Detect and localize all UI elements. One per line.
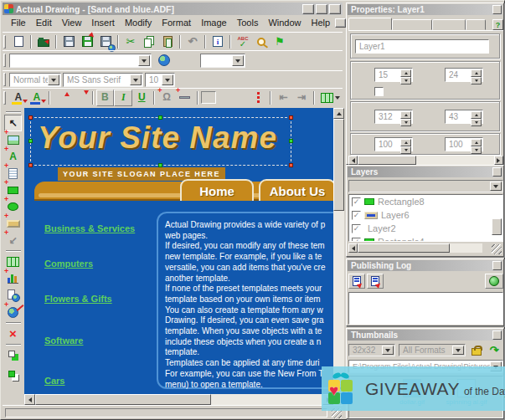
layers-filter-combo[interactable] [348, 180, 503, 192]
insert-line-tool[interactable]: ↙ [4, 232, 22, 248]
resize-grip[interactable] [492, 244, 502, 254]
properties-tab-1[interactable] [348, 18, 392, 30]
go-button[interactable] [155, 52, 173, 69]
toolbar-grip[interactable] [3, 73, 6, 86]
fill-color-button[interactable]: A [28, 90, 46, 106]
chevron-down-icon[interactable] [138, 55, 150, 66]
thumbnails-titlebar[interactable]: Thumbnails [348, 330, 502, 341]
scrollbar-thumb[interactable] [358, 243, 450, 253]
help-icon[interactable]: ? [492, 19, 503, 30]
layers-scrollbar[interactable] [348, 243, 482, 253]
save-button[interactable] [59, 33, 78, 50]
close-icon[interactable] [492, 5, 502, 14]
chevron-down-icon[interactable] [452, 346, 464, 355]
chevron-down-icon[interactable] [48, 74, 59, 85]
insert-chart-tool[interactable] [4, 270, 22, 287]
font-combo[interactable]: MS Sans Serif [63, 73, 143, 87]
outdent-button[interactable]: ⇤ [274, 90, 292, 106]
spin-down-button[interactable] [471, 119, 482, 126]
scrollbar-thumb[interactable] [492, 218, 502, 235]
menu-image[interactable]: Image [196, 17, 232, 29]
send-to-back-tool[interactable] [4, 367, 22, 384]
publishing-log-titlebar[interactable]: Publishing Log [348, 260, 502, 271]
visibility-checkbox[interactable]: ✓ [352, 224, 361, 233]
menu-modify[interactable]: Modify [120, 17, 157, 29]
canvas-horizontal-scrollbar[interactable] [24, 394, 333, 405]
layers-list[interactable]: ✓ Rectangle8 ✓ Layer6 ✓ Layer2 ✓ Rectang… [348, 194, 503, 242]
close-icon[interactable] [492, 261, 502, 270]
window-titlebar[interactable]: Actual Drawing - [Sand and blue.ADF] [3, 3, 343, 15]
delete-tool[interactable]: × [4, 325, 22, 342]
spin-down-button[interactable] [471, 146, 482, 154]
horizontal-rule-button[interactable] [176, 90, 194, 106]
maximize-button[interactable] [316, 4, 327, 14]
spin-up-button[interactable] [471, 69, 482, 77]
paste-button[interactable] [158, 33, 177, 50]
scrollbar-thumb[interactable] [333, 119, 344, 211]
selection-handle[interactable] [158, 115, 162, 120]
clear-log-button[interactable] [485, 274, 503, 289]
save-for-web-button[interactable] [96, 33, 115, 50]
chevron-down-icon[interactable] [490, 182, 502, 191]
publish-tool[interactable] [4, 304, 22, 320]
chevron-down-icon[interactable] [232, 55, 244, 66]
bold-button[interactable]: B [96, 90, 115, 106]
chevron-down-icon[interactable] [162, 74, 173, 85]
list-button[interactable] [250, 90, 268, 106]
scroll-up-button[interactable] [333, 108, 344, 119]
menu-edit[interactable]: Edit [31, 17, 57, 29]
refresh-button[interactable]: ↷ [487, 344, 501, 356]
indent-button[interactable]: ⇥ [292, 90, 311, 106]
spin-down-button[interactable] [400, 119, 411, 126]
upload-log-button[interactable] [348, 274, 365, 289]
link-computers[interactable]: Computers [44, 259, 93, 269]
underline-button[interactable]: U [132, 90, 151, 106]
properties-tab-3[interactable] [432, 19, 466, 30]
spin-up-button[interactable] [400, 69, 411, 77]
publishing-log-list[interactable] [348, 292, 503, 325]
toolbar-grip[interactable] [3, 54, 6, 67]
pos-y-spinner[interactable]: 24 [445, 68, 483, 82]
menu-insert[interactable]: Insert [86, 17, 120, 29]
scroll-left-button[interactable] [348, 156, 358, 165]
spin-up-button[interactable] [400, 111, 411, 119]
menu-view[interactable]: View [57, 17, 87, 29]
selection-box[interactable] [30, 117, 291, 166]
pos-x-spinner[interactable]: 15 [374, 68, 413, 82]
scroll-right-button[interactable] [494, 156, 503, 165]
address-combo[interactable] [9, 54, 152, 68]
visibility-checkbox[interactable]: ✓ [352, 238, 361, 243]
spin-down-button[interactable] [400, 146, 411, 154]
color-well[interactable] [201, 91, 216, 104]
new-button[interactable] [9, 33, 28, 50]
spin-up-button[interactable] [471, 111, 482, 119]
info-button[interactable]: i [209, 33, 227, 50]
menu-help[interactable]: Help [307, 17, 336, 29]
properties-tab-4[interactable] [466, 19, 486, 30]
close-button[interactable] [329, 4, 341, 14]
toolbar-grip[interactable] [3, 91, 6, 105]
minimize-button[interactable] [302, 4, 314, 14]
close-icon[interactable] [492, 167, 502, 177]
scroll-left-button[interactable] [348, 243, 358, 253]
scrollbar-thumb[interactable] [358, 156, 416, 165]
spin-down-button[interactable] [400, 77, 411, 85]
layers-titlebar[interactable]: Layers [348, 166, 502, 177]
width-spinner[interactable]: 312 [374, 110, 413, 124]
height-spinner[interactable]: 43 [445, 110, 483, 124]
cut-button[interactable]: ✂ [121, 33, 140, 50]
font-color-button[interactable]: A [9, 90, 28, 106]
selection-handle[interactable] [28, 139, 33, 143]
shrink-font-button[interactable] [71, 90, 90, 106]
menu-window[interactable]: Window [263, 17, 306, 29]
scale-x-spinner[interactable]: 100 [374, 137, 413, 151]
selection-handle[interactable] [289, 163, 293, 167]
lock-checkbox[interactable] [374, 87, 384, 96]
selection-handle[interactable] [289, 115, 293, 120]
drawing-canvas[interactable]: Your Site Name YOUR SITE SLOGAN PLACE HE… [24, 108, 333, 394]
find-button[interactable] [252, 33, 271, 50]
nav-tab-about[interactable]: About Us [259, 179, 333, 201]
canvas-vertical-scrollbar[interactable] [333, 108, 344, 394]
visibility-checkbox[interactable]: ✓ [352, 197, 361, 207]
layer-row[interactable]: ✓ Rectangle4 [349, 235, 502, 242]
